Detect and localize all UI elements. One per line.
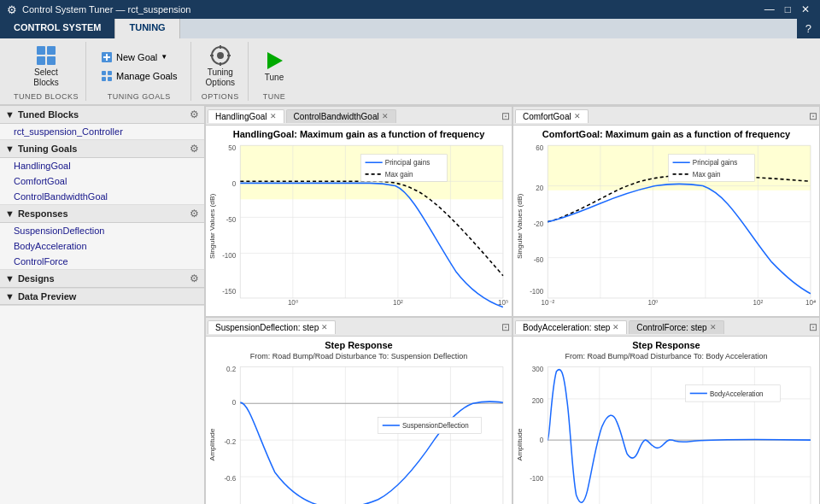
plot-content-body-accel: Step Response From: Road Bump/Road Distu…	[513, 337, 819, 504]
plot-tab-handling[interactable]: HandlingGoal ✕	[208, 109, 284, 123]
designs-gear-icon[interactable]: ⚙	[190, 273, 199, 284]
plot-tab-body-accel[interactable]: BodyAcceleration: step ✕	[515, 320, 627, 334]
tuning-goals-gear-icon[interactable]: ⚙	[190, 143, 199, 155]
svg-text:0: 0	[232, 179, 237, 187]
plot-suspension-step: SuspensionDeflection: step ✕ ⊡ Step Resp…	[205, 317, 512, 504]
plot-tab-comfort[interactable]: ComfortGoal ✕	[515, 109, 589, 123]
tuning-goals-btns: New Goal ▼ Manage Goals	[95, 49, 184, 85]
plot-tabs-bar: SuspensionDeflection: step ✕ ⊡	[206, 318, 512, 337]
handling-chart-svg: 50 0 -50 -100 -150 10⁰ 10² 10⁵ Singular …	[206, 141, 512, 316]
new-goal-button[interactable]: New Goal ▼	[95, 49, 184, 66]
section-data-preview-header[interactable]: ▼ Data Preview	[0, 289, 204, 305]
manage-goals-button[interactable]: Manage Goals	[95, 67, 184, 85]
plot-tab-suspension-step[interactable]: SuspensionDeflection: step ✕	[208, 320, 336, 334]
list-item[interactable]: ControlBandwidthGoal	[0, 189, 204, 204]
plot-gear-icon[interactable]: ⊡	[501, 321, 510, 333]
svg-text:-20: -20	[534, 220, 544, 228]
app-icon: ⚙	[7, 3, 17, 16]
svg-text:0.2: 0.2	[226, 364, 237, 372]
plot-handling-goal: HandlingGoal ✕ ControlBandwidthGoal ✕ ⊡ …	[205, 106, 512, 317]
svg-rect-0	[37, 46, 45, 55]
svg-text:-150: -150	[222, 288, 237, 296]
plot-tab-close[interactable]: ✕	[270, 112, 277, 120]
tab-control-system[interactable]: CONTROL SYSTEM	[0, 19, 115, 38]
svg-text:SuspensionDeflection: SuspensionDeflection	[402, 421, 469, 430]
collapse-icon: ▼	[5, 208, 15, 219]
chart-subtitle: From: Road Bump/Road Disturbance To: Bod…	[513, 352, 819, 360]
section-designs: ▼ Designs ⚙	[0, 270, 204, 289]
svg-text:10²: 10²	[393, 299, 403, 307]
plot-gear-icon[interactable]: ⊡	[501, 110, 510, 122]
group-tune: Tune TUNE	[250, 42, 298, 101]
list-item[interactable]: HandlingGoal	[0, 158, 204, 173]
section-designs-header[interactable]: ▼ Designs ⚙	[0, 270, 204, 288]
plot-tab-control-force[interactable]: ControlForce: step ✕	[629, 320, 723, 334]
comfort-chart-svg: 60 20 -20 -60 -100 10⁻² 10⁰ 10² 10⁴ Sing…	[513, 141, 819, 316]
list-item[interactable]: rct_suspension_Controller	[0, 124, 204, 139]
plot-tab-close[interactable]: ✕	[574, 112, 581, 120]
collapse-icon: ▼	[5, 291, 15, 302]
tab-tuning[interactable]: TUNING	[115, 19, 179, 38]
plot-body-accel-step: BodyAcceleration: step ✕ ControlForce: s…	[512, 317, 820, 504]
left-panel: ▼ Tuned Blocks ⚙ rct_suspension_Controll…	[0, 106, 205, 504]
manage-goals-label: Manage Goals	[116, 71, 178, 81]
svg-rect-9	[102, 77, 106, 81]
close-button[interactable]: ✕	[798, 3, 813, 15]
plot-tab-label: HandlingGoal	[215, 112, 267, 121]
select-blocks-icon	[35, 44, 57, 67]
plot-gear-icon[interactable]: ⊡	[809, 110, 817, 122]
minimize-button[interactable]: —	[761, 3, 778, 15]
list-item[interactable]: ControlForce	[0, 254, 204, 269]
svg-rect-3	[47, 56, 56, 65]
group-options-label: OPTIONS	[202, 92, 239, 101]
group-tune-label: TUNE	[263, 92, 286, 101]
group-tuning-goals: New Goal ▼ Manage Goals	[88, 42, 191, 101]
svg-text:0: 0	[540, 436, 544, 444]
section-tuning-goals-header[interactable]: ▼ Tuning Goals ⚙	[0, 140, 204, 158]
plot-tab-close[interactable]: ✕	[382, 112, 389, 120]
svg-marker-17	[267, 52, 283, 69]
tune-button[interactable]: Tune	[257, 47, 291, 85]
section-responses-header[interactable]: ▼ Responses ⚙	[0, 205, 204, 223]
new-goal-dropdown-icon: ▼	[161, 53, 167, 61]
collapse-icon: ▼	[5, 144, 15, 154]
tuning-options-button[interactable]: TuningOptions	[200, 42, 241, 91]
tuning-options-icon	[209, 44, 231, 67]
plot-tab-close[interactable]: ✕	[321, 323, 328, 331]
plot-tabs-bar: HandlingGoal ✕ ControlBandwidthGoal ✕ ⊡	[206, 107, 512, 126]
title-bar: ⚙ Control System Tuner — rct_suspension …	[0, 0, 820, 19]
plot-gear-icon[interactable]: ⊡	[809, 321, 817, 333]
responses-gear-icon[interactable]: ⚙	[190, 208, 199, 220]
section-tuning-goals: ▼ Tuning Goals ⚙ HandlingGoal ComfortGoa…	[0, 140, 204, 205]
tuning-goals-title: ▼ Tuning Goals	[5, 144, 77, 154]
list-item[interactable]: BodyAcceleration	[0, 238, 204, 254]
plot-tab-close[interactable]: ✕	[612, 323, 619, 331]
select-blocks-label: SelectBlocks	[33, 67, 58, 88]
svg-text:Principal gains: Principal gains	[693, 159, 737, 167]
body-accel-chart-svg: 300 200 0 -100 -200 0 0.1 0.2 0.4 0.5 0.…	[513, 362, 819, 504]
new-goal-icon	[101, 51, 113, 63]
svg-rect-1	[47, 46, 56, 55]
section-tuned-blocks-header[interactable]: ▼ Tuned Blocks ⚙	[0, 106, 204, 124]
svg-text:-100: -100	[222, 252, 237, 260]
select-blocks-button[interactable]: SelectBlocks	[27, 42, 64, 91]
plot-content-suspension: Step Response From: Road Bump/Road Distu…	[206, 337, 512, 504]
new-goal-label: New Goal	[116, 52, 157, 62]
section-tuned-blocks: ▼ Tuned Blocks ⚙ rct_suspension_Controll…	[0, 106, 204, 140]
plot-tab-close[interactable]: ✕	[710, 323, 717, 331]
list-item[interactable]: SuspensionDeflection	[0, 223, 204, 238]
plot-tab-bandwidth[interactable]: ControlBandwidthGoal ✕	[286, 109, 396, 123]
help-button[interactable]: ?	[797, 19, 820, 38]
svg-rect-7	[102, 71, 106, 75]
ribbon: CONTROL SYSTEM TUNING ? SelectB	[0, 19, 820, 106]
title-bar-text: Control System Tuner — rct_suspension	[22, 4, 191, 15]
plot-tab-label: ComfortGoal	[523, 112, 571, 121]
chart-title: ComfortGoal: Maximum gain as a function …	[513, 126, 819, 141]
tune-label: Tune	[265, 73, 284, 83]
svg-text:-0.2: -0.2	[224, 437, 236, 446]
tuning-options-label: TuningOptions	[206, 67, 235, 88]
svg-rect-2	[37, 56, 45, 65]
maximize-button[interactable]: □	[782, 3, 794, 15]
tuned-blocks-gear-icon[interactable]: ⚙	[190, 108, 199, 120]
list-item[interactable]: ComfortGoal	[0, 173, 204, 189]
